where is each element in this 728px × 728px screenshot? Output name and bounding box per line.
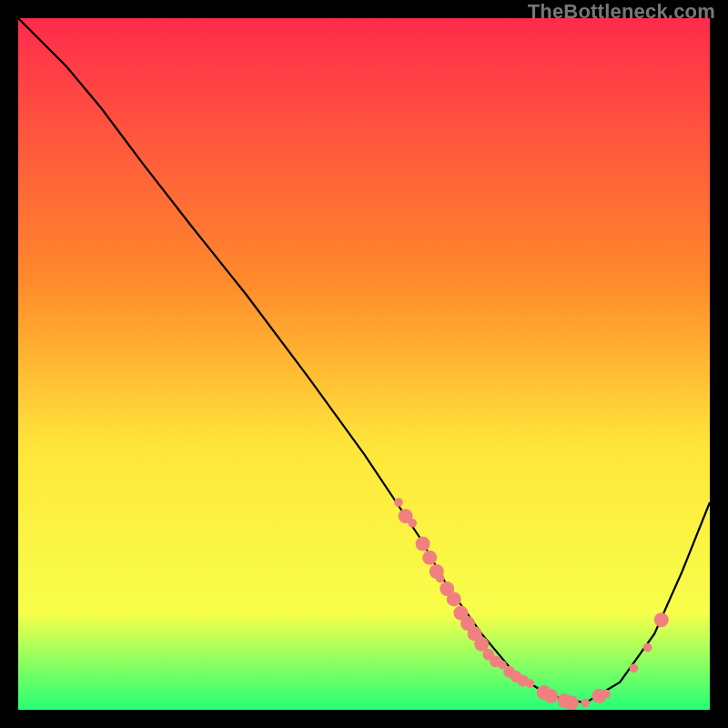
curve-marker: [602, 690, 611, 699]
curve-marker: [436, 574, 445, 583]
watermark-text: TheBottleneck.com: [528, 0, 715, 24]
curve-marker: [654, 612, 669, 627]
curve-marker: [526, 679, 535, 688]
curve-marker: [564, 695, 579, 710]
curve-marker: [630, 664, 639, 673]
curve-marker: [408, 519, 417, 528]
gradient-background: [18, 18, 710, 710]
curve-marker: [543, 689, 558, 703]
curve-marker: [581, 699, 590, 708]
bottleneck-chart: [18, 18, 710, 710]
curve-marker: [422, 551, 437, 565]
curve-marker: [643, 643, 652, 652]
curve-marker: [447, 592, 461, 606]
curve-marker: [416, 537, 430, 551]
chart-frame: [18, 18, 710, 710]
curve-marker: [394, 498, 403, 507]
